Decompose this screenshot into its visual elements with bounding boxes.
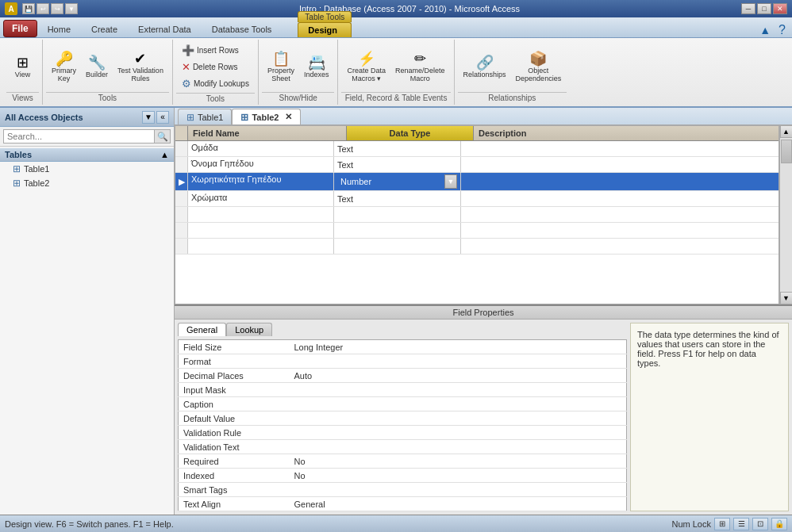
prop-row[interactable]: Text AlignGeneral (179, 497, 627, 511)
table-rows-area: Ομάδα Text Όνομα Γηπέδου Text (175, 141, 779, 304)
tab-file[interactable]: File (3, 20, 37, 37)
table-row[interactable]: Χρώματα Text (175, 191, 779, 207)
data-type-3[interactable]: Number ▼ (334, 173, 461, 190)
tab-database-tools[interactable]: Database Tools (202, 20, 283, 37)
dtype-dropdown[interactable]: ▼ (444, 174, 457, 189)
property-sheet-button[interactable]: 📋 PropertySheet (263, 49, 298, 85)
prop-value[interactable]: No (290, 469, 627, 483)
nav-menu-btn[interactable]: ▼ (142, 111, 155, 124)
quick-undo[interactable]: ↩ (37, 3, 49, 14)
scroll-down-btn[interactable]: ▼ (780, 292, 793, 304)
close-btn[interactable]: ✕ (773, 3, 787, 14)
col-description: Description (474, 126, 779, 140)
ribbon-group-rows: ➕ Insert Rows ✕ Delete Rows ⚙ Modify Loo… (173, 40, 259, 105)
prop-row[interactable]: Default Value (179, 411, 627, 426)
tab-external-data[interactable]: External Data (128, 20, 202, 37)
test-validation-button[interactable]: ✔ Test ValidationRules (113, 49, 167, 85)
prop-value[interactable] (290, 397, 627, 411)
table-row-empty[interactable] (175, 239, 779, 255)
tab-create[interactable]: Create (81, 20, 128, 37)
relationships-group-label: Relationships (458, 92, 567, 103)
prop-value[interactable]: Auto (290, 369, 627, 383)
doc-tab-table1[interactable]: ⊞ Table1 (178, 109, 232, 124)
rename-delete-macro-button[interactable]: ✏ Rename/DeleteMacro (391, 49, 449, 85)
nav-collapse-btn[interactable]: « (156, 111, 169, 124)
field-name-3[interactable]: Χωρητικότητα Γηπέδου (188, 173, 334, 190)
desc-4[interactable] (461, 191, 779, 206)
status-btn-2[interactable]: ☰ (733, 518, 749, 530)
status-btn-4[interactable]: 🔒 (771, 518, 787, 530)
prop-row[interactable]: Smart Tags (179, 483, 627, 497)
prop-row[interactable]: Validation Text (179, 440, 627, 454)
table-row[interactable]: Όνομα Γηπέδου Text (175, 157, 779, 173)
help-btn[interactable]: ? (775, 23, 789, 37)
nav-section-tables[interactable]: Tables ▲ (0, 148, 174, 162)
prop-row[interactable]: Input Mask (179, 383, 627, 397)
prop-row[interactable]: Format (179, 354, 627, 369)
prop-value[interactable] (290, 426, 627, 440)
nav-section-collapse-icon: ▲ (160, 150, 169, 159)
data-type-2[interactable]: Text (334, 157, 461, 172)
maximize-btn[interactable]: □ (757, 3, 771, 14)
prop-row[interactable]: Field SizeLong Integer (179, 340, 627, 354)
quick-dropdown[interactable]: ▼ (65, 3, 78, 14)
prop-row[interactable]: Validation Rule (179, 426, 627, 440)
relationships-icon: 🔗 (476, 55, 494, 70)
prop-value[interactable] (290, 354, 627, 369)
primary-key-button[interactable]: 🔑 PrimaryKey (48, 49, 80, 85)
table-row[interactable]: Ομάδα Text (175, 141, 779, 157)
field-name-4[interactable]: Χρώματα (188, 191, 334, 206)
view-label: View (15, 71, 30, 78)
table-row[interactable]: ▶ Χωρητικότητα Γηπέδου Number ▼ (175, 173, 779, 191)
prop-value[interactable]: General (290, 497, 627, 511)
delete-rows-button[interactable]: ✕ Delete Rows (178, 59, 242, 75)
props-tab-lookup[interactable]: Lookup (226, 323, 272, 336)
prop-value[interactable]: Long Integer (290, 340, 627, 354)
insert-rows-button[interactable]: ➕ Insert Rows (178, 43, 243, 58)
table-row-empty[interactable] (175, 207, 779, 223)
status-btn-1[interactable]: ⊞ (714, 518, 730, 530)
data-type-1[interactable]: Text (334, 141, 461, 156)
desc-3[interactable] (461, 173, 779, 190)
row-arrow-3: ▶ (175, 173, 188, 190)
nav-item-table1[interactable]: ⊞ Table1 (0, 162, 174, 176)
search-btn[interactable]: 🔍 (155, 129, 171, 144)
props-tab-general[interactable]: General (178, 323, 226, 336)
desc-2[interactable] (461, 157, 779, 172)
status-btn-3[interactable]: ⊡ (752, 518, 768, 530)
prop-row[interactable]: Decimal PlacesAuto (179, 369, 627, 383)
prop-value[interactable] (290, 383, 627, 397)
modify-lookups-button[interactable]: ⚙ Modify Lookups (178, 76, 253, 91)
table-row-empty[interactable] (175, 223, 779, 239)
field-name-1[interactable]: Ομάδα (188, 141, 334, 156)
prop-value[interactable] (290, 440, 627, 454)
doc-tab-table2[interactable]: ⊞ Table2 ✕ (232, 109, 301, 124)
object-dependencies-button[interactable]: 📦 ObjectDependencies (512, 49, 566, 85)
search-input[interactable] (3, 129, 155, 144)
prop-row[interactable]: IndexedNo (179, 469, 627, 483)
scroll-up-btn[interactable]: ▲ (780, 125, 793, 138)
quick-save[interactable]: 💾 (22, 3, 35, 14)
minimize-btn[interactable]: ─ (741, 3, 755, 14)
scroll-thumb[interactable] (781, 140, 792, 163)
ribbon-collapse-btn[interactable]: ▲ (755, 24, 775, 36)
prop-value[interactable] (290, 483, 627, 497)
quick-redo[interactable]: ↪ (51, 3, 63, 14)
field-name-2[interactable]: Όνομα Γηπέδου (188, 157, 334, 172)
prop-value[interactable]: No (290, 454, 627, 469)
tab-design[interactable]: Design (298, 22, 352, 37)
prop-row[interactable]: RequiredNo (179, 454, 627, 469)
indexes-label: Indexes (304, 71, 329, 78)
nav-item-table2[interactable]: ⊞ Table2 (0, 176, 174, 190)
prop-row[interactable]: Caption (179, 397, 627, 411)
indexes-button[interactable]: 📇 Indexes (300, 53, 333, 81)
builder-button[interactable]: 🔧 Builder (82, 53, 112, 81)
prop-value[interactable] (290, 411, 627, 426)
data-type-4[interactable]: Text (334, 191, 461, 206)
view-button[interactable]: ⊞ View (10, 53, 36, 81)
relationships-button[interactable]: 🔗 Relationships (459, 53, 510, 81)
desc-1[interactable] (461, 141, 779, 156)
tab2-close[interactable]: ✕ (285, 112, 292, 122)
create-data-macros-button[interactable]: ⚡ Create DataMacros ▾ (343, 49, 390, 85)
tab-home[interactable]: Home (37, 20, 81, 37)
